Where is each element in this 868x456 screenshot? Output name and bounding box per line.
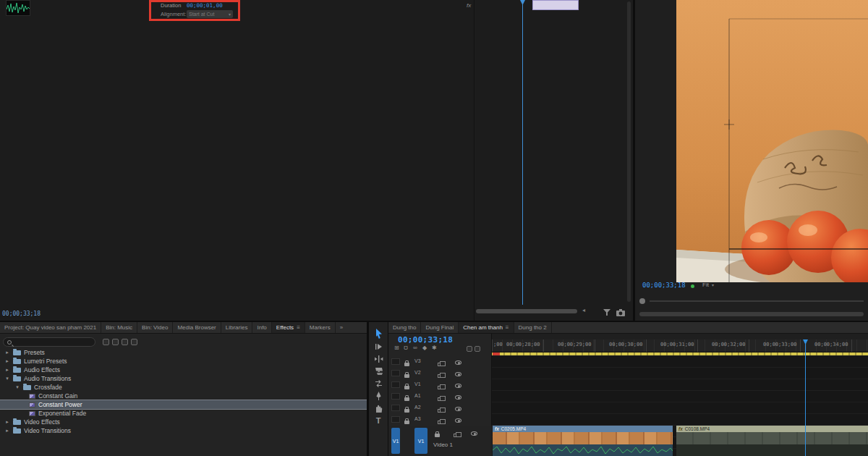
program-video-frame[interactable] <box>676 0 868 282</box>
sync-lock-icon[interactable] <box>438 386 442 389</box>
chevron-down-icon[interactable]: ▾ <box>4 376 10 381</box>
pm-seek-bar[interactable] <box>650 300 864 302</box>
ec-playhead[interactable] <box>522 0 523 305</box>
tab-info[interactable]: Info <box>252 322 271 333</box>
track-name[interactable]: Video 1 <box>433 442 453 448</box>
chevron-right-icon[interactable]: ▸ <box>4 367 10 373</box>
pen-tool[interactable] <box>371 390 386 402</box>
pm-current-timecode[interactable]: 00;00;33;18 <box>642 282 686 289</box>
razor-tool[interactable] <box>371 366 386 377</box>
tab-overflow-icon[interactable]: » <box>336 322 347 333</box>
source-patch-toggle[interactable] <box>391 393 400 400</box>
tree-item-audio-transitions[interactable]: ▾ Audio Transitions <box>0 374 367 383</box>
work-area-bar[interactable] <box>492 352 868 355</box>
ec-current-timecode[interactable]: 00;00;33;18 <box>2 311 41 317</box>
effects-search-input[interactable] <box>3 337 95 347</box>
ec-scrollbar-horizontal[interactable] <box>476 309 577 313</box>
accelerated-effects-filter-icon[interactable] <box>103 339 109 345</box>
linked-selection-icon[interactable]: ∞ <box>413 345 417 351</box>
type-tool[interactable]: T <box>371 415 386 426</box>
nest-sequence-icon[interactable]: ⊞ <box>394 345 399 351</box>
32bit-effects-filter-icon[interactable] <box>112 339 119 345</box>
tab-bin-music[interactable]: Bin: Music <box>101 322 137 333</box>
tree-item-presets[interactable]: ▸ Presets <box>0 348 367 357</box>
snap-magnet-icon[interactable]: Ω <box>404 345 408 351</box>
filter-properties-icon[interactable] <box>603 309 611 316</box>
caption-display-icon[interactable] <box>467 346 472 352</box>
track-label[interactable]: V3 <box>414 358 421 363</box>
add-marker-icon[interactable]: ◆ <box>422 345 427 351</box>
tree-item-audio-effects[interactable]: ▸ Audio Effects <box>0 366 367 374</box>
tree-item-video-transitions[interactable]: ▸ Video Transitions <box>0 426 367 435</box>
tab-markers[interactable]: Markers <box>305 322 336 333</box>
track-mute-icon[interactable] <box>455 418 461 423</box>
track-select-forward-tool[interactable] <box>371 341 386 352</box>
track-select-chip-v1[interactable]: V1 <box>414 428 427 454</box>
timeline-current-timecode[interactable]: 00;00;33;18 <box>398 335 453 345</box>
tree-item-lumetri-presets[interactable]: ▸ Lumetri Presets <box>0 357 367 366</box>
ec-playhead-handle[interactable] <box>520 0 525 5</box>
tab-media-browser[interactable]: Media Browser <box>173 322 221 333</box>
track-label[interactable]: V1 <box>414 381 421 387</box>
sync-lock-icon[interactable] <box>438 374 442 378</box>
source-patch-chip-v1[interactable]: V1 <box>391 428 400 454</box>
chevron-right-icon[interactable]: ▸ <box>4 428 10 434</box>
chevron-right-icon[interactable]: ▸ <box>4 419 10 425</box>
timeline-clip-c0108[interactable]: fx C0108.MP4 <box>676 426 868 456</box>
ec-scrollbar-vertical[interactable] <box>627 1 631 302</box>
track-mute-icon[interactable] <box>455 407 461 411</box>
track-output-eye-icon[interactable] <box>455 384 461 388</box>
sync-lock-icon[interactable] <box>438 421 442 424</box>
timeline-ruler[interactable]: ;00 00;00;28;00 00;00;29;00 00;00;30;00 … <box>492 339 868 352</box>
tab-bin-video[interactable]: Bin: Video <box>137 322 173 333</box>
tab-project[interactable]: Project: Quay video san pham 2021 <box>0 322 101 333</box>
chevron-right-icon[interactable]: ▸ <box>4 358 10 364</box>
panel-menu-icon[interactable]: ≡ <box>506 324 509 331</box>
track-label[interactable]: V2 <box>414 370 421 375</box>
tab-sequence-dung-tho[interactable]: Dung tho <box>388 322 421 333</box>
lock-icon[interactable] <box>404 397 409 401</box>
new-custom-bin-icon[interactable] <box>131 339 137 345</box>
slip-tool[interactable] <box>371 378 386 389</box>
lock-icon[interactable] <box>404 386 409 389</box>
lock-icon[interactable] <box>435 434 440 437</box>
timeline-settings-icon[interactable]: ✱ <box>432 345 437 351</box>
track-label[interactable]: A3 <box>414 416 421 421</box>
tab-sequence-dung-tho-2[interactable]: Dung tho 2 <box>514 322 552 333</box>
source-patch-toggle[interactable] <box>391 381 400 388</box>
transition-clip-block[interactable] <box>532 0 579 10</box>
lock-icon[interactable] <box>404 409 409 413</box>
track-output-eye-icon[interactable] <box>455 372 461 376</box>
sync-lock-icon[interactable] <box>454 434 458 437</box>
collapse-arrow-icon[interactable]: ◂ <box>582 307 585 313</box>
tab-libraries[interactable]: Libraries <box>221 322 253 333</box>
tree-item-constant-power[interactable]: Constant Power <box>0 400 367 409</box>
timeline-clip-c0205[interactable]: fx C0205.MP4 <box>493 426 673 456</box>
lock-icon[interactable] <box>404 363 409 366</box>
lock-icon[interactable] <box>404 421 409 424</box>
tree-item-video-effects[interactable]: ▸ Video Effects <box>0 418 367 426</box>
timeline-playhead[interactable] <box>805 339 806 456</box>
tab-sequence-dung-final[interactable]: Dung Final <box>421 322 459 333</box>
pm-zoom-knob[interactable] <box>639 298 645 304</box>
source-patch-toggle[interactable] <box>391 370 400 376</box>
source-patch-toggle[interactable] <box>391 416 400 423</box>
ripple-edit-tool[interactable] <box>371 353 386 365</box>
source-patch-toggle[interactable] <box>391 405 400 411</box>
tab-effects[interactable]: Effects≡ <box>272 322 305 333</box>
pm-zoom-select[interactable]: Fit ▾ <box>702 282 714 288</box>
transition-preview-thumbnail[interactable] <box>6 0 30 16</box>
track-output-eye-icon[interactable] <box>455 360 461 365</box>
sync-lock-icon[interactable] <box>438 397 442 401</box>
tree-item-exponential-fade[interactable]: Exponential Fade <box>0 409 367 418</box>
tree-item-constant-gain[interactable]: Constant Gain <box>0 392 367 400</box>
track-output-eye-icon[interactable] <box>471 431 477 436</box>
pm-scrollbar[interactable] <box>639 312 864 316</box>
track-mute-icon[interactable] <box>455 395 461 400</box>
tab-sequence-chen-am-thanh[interactable]: Chen am thanh≡ <box>459 322 514 333</box>
track-label[interactable]: A1 <box>414 393 421 398</box>
sync-lock-icon[interactable] <box>438 363 442 366</box>
panel-menu-icon[interactable]: ≡ <box>297 324 300 331</box>
track-label[interactable]: A2 <box>414 405 421 410</box>
hand-tool[interactable] <box>371 402 386 414</box>
